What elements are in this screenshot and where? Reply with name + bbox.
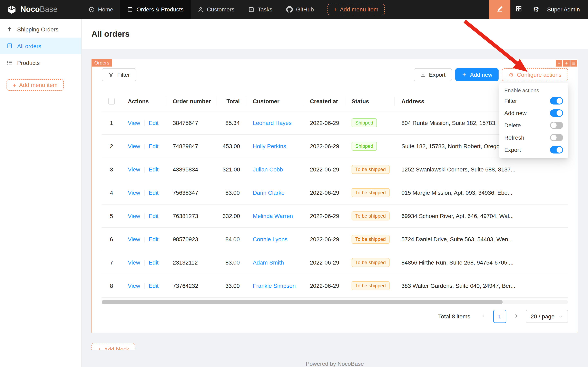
edit-link[interactable]: Edit (149, 283, 159, 289)
plugin-manager-button[interactable] (510, 0, 528, 19)
nav-item-orders-products[interactable]: Orders & Products (120, 0, 191, 19)
sidebar-item-shipping-orders[interactable]: Shipping Orders (0, 21, 81, 38)
nav-add-menu-item-button[interactable]: + Add menu item (327, 4, 385, 15)
ui-editor-button[interactable] (489, 0, 510, 19)
edit-link[interactable]: Edit (149, 120, 159, 126)
customer-link[interactable]: Melinda Warren (253, 213, 293, 219)
filter-icon (108, 72, 114, 78)
user-menu[interactable]: Super Admin (545, 6, 588, 13)
customer-link[interactable]: Julian Cobb (253, 166, 283, 173)
view-link[interactable]: View (128, 166, 140, 173)
address-cell: 5724 Daniel Drive, Suite 563, 54403, Wen… (395, 228, 568, 251)
status-badge: Shipped (352, 142, 377, 151)
filter-button[interactable]: Filter (102, 68, 136, 81)
configure-actions-button[interactable]: ⚙ Configure actions (502, 68, 568, 81)
status-cell: To be shipped (345, 251, 395, 274)
address-cell: 69934 Schoen River, Apt. 646, 49704, Wal… (395, 205, 568, 228)
actions-cell: ViewEdit (121, 251, 166, 274)
customer-link[interactable]: Frankie Simpson (253, 283, 296, 289)
nocobase-app: NocoBase HomeOrders & ProductsCustomersT… (0, 0, 588, 367)
select-all-checkbox[interactable] (108, 98, 115, 105)
customer-link[interactable]: Adam Smith (253, 259, 284, 266)
divider (144, 191, 144, 196)
edit-link[interactable]: Edit (149, 189, 159, 196)
nav-item-home[interactable]: Home (82, 0, 120, 19)
configure-menu-item-export[interactable]: Export (499, 144, 568, 156)
settings-button[interactable]: ⚙ (528, 0, 545, 19)
chevron-down-icon (559, 314, 563, 319)
column-header-total: Total (216, 91, 246, 111)
add-new-button[interactable]: Add new (455, 68, 499, 81)
nav-menu: HomeOrders & ProductsCustomersTasksGitHu… (82, 0, 321, 19)
order-number-cell: 73764232 (166, 274, 216, 298)
toggle-export[interactable] (550, 146, 563, 153)
edit-link[interactable]: Edit (149, 236, 159, 242)
configure-menu-item-add-new[interactable]: Add new (499, 107, 568, 119)
order-row-6: 6ViewEdit9857092384.00Connie Lyons2022-0… (102, 228, 568, 251)
order-row-5: 5ViewEdit76381273332.00Melinda Warren202… (102, 205, 568, 228)
configure-menu-item-refresh[interactable]: Refresh (499, 132, 568, 144)
customer-link[interactable]: Holly Perkins (253, 143, 286, 150)
nav-item-tasks[interactable]: Tasks (241, 0, 279, 19)
column-header-actions: Actions (121, 91, 166, 111)
edit-link[interactable]: Edit (149, 213, 159, 219)
customer-cell: Frankie Simpson (246, 274, 303, 298)
row-index: 2 (102, 135, 121, 158)
nav-item-github[interactable]: GitHub (279, 0, 321, 19)
total-cell: 83.00 (216, 181, 246, 205)
configure-menu-item-filter[interactable]: Filter (499, 95, 568, 107)
view-link[interactable]: View (128, 143, 140, 150)
highlighter-icon (496, 5, 504, 14)
status-cell: To be shipped (345, 228, 395, 251)
view-link[interactable]: View (128, 120, 140, 126)
customer-link[interactable]: Connie Lyons (253, 236, 287, 243)
horizontal-scrollbar[interactable] (102, 300, 568, 304)
edit-link[interactable]: Edit (149, 143, 159, 150)
orders-table: ActionsOrder numberTotalCustomerCreated … (102, 91, 568, 298)
view-link[interactable]: View (128, 236, 140, 242)
view-link[interactable]: View (128, 189, 140, 196)
customer-cell: Holly Perkins (246, 135, 303, 158)
add-block-icon[interactable]: + (563, 60, 570, 67)
add-field-icon[interactable]: + (556, 60, 562, 67)
order-number-cell: 74829847 (166, 135, 216, 158)
edit-link[interactable]: Edit (149, 166, 159, 173)
sidebar-item-products[interactable]: Products (0, 54, 81, 71)
export-button[interactable]: Export (413, 68, 452, 81)
switch-knob (556, 147, 562, 153)
created-at-cell: 2022-06-29 (303, 158, 345, 181)
pagination-page-1[interactable]: 1 (493, 310, 506, 323)
actions-cell: ViewEdit (121, 158, 166, 181)
view-link[interactable]: View (128, 213, 140, 219)
configure-menu-items: FilterAdd newDeleteRefreshExport (499, 95, 568, 156)
block-menu-icon[interactable] (571, 60, 577, 67)
edit-link[interactable]: Edit (149, 259, 159, 266)
toggle-delete[interactable] (550, 122, 563, 129)
actions-cell: ViewEdit (121, 228, 166, 251)
configure-menu-item-delete[interactable]: Delete (499, 119, 568, 132)
view-link[interactable]: View (128, 259, 140, 266)
nav-item-customers[interactable]: Customers (191, 0, 241, 19)
pagination-next-button[interactable] (509, 310, 522, 323)
customer-link[interactable]: Darin Clarke (253, 190, 285, 196)
toggle-refresh[interactable] (550, 134, 563, 141)
toggle-filter[interactable] (550, 97, 563, 105)
sidebar-item-all-orders[interactable]: All orders (0, 38, 81, 54)
logo[interactable]: NocoBase (0, 0, 82, 19)
divider (144, 121, 144, 126)
divider (144, 167, 144, 173)
customer-cell: Adam Smith (246, 251, 303, 274)
add-block-button[interactable]: + Add block (92, 343, 135, 350)
pagination-prev-button[interactable] (477, 310, 490, 323)
customer-link[interactable]: Leonard Hayes (253, 120, 292, 126)
scrollbar-thumb[interactable] (102, 300, 503, 304)
order-number-cell: 38475647 (166, 111, 216, 135)
toggle-add-new[interactable] (550, 109, 563, 117)
view-link[interactable]: View (128, 283, 140, 289)
status-cell: To be shipped (345, 205, 395, 228)
page-header: All orders (82, 19, 588, 49)
github-icon (286, 6, 293, 13)
page-size-select[interactable]: 20 / page (526, 310, 568, 323)
main-area: All orders Orders + + Filte (82, 19, 588, 367)
sidebar-add-menu-item-button[interactable]: + Add menu item (7, 79, 64, 91)
